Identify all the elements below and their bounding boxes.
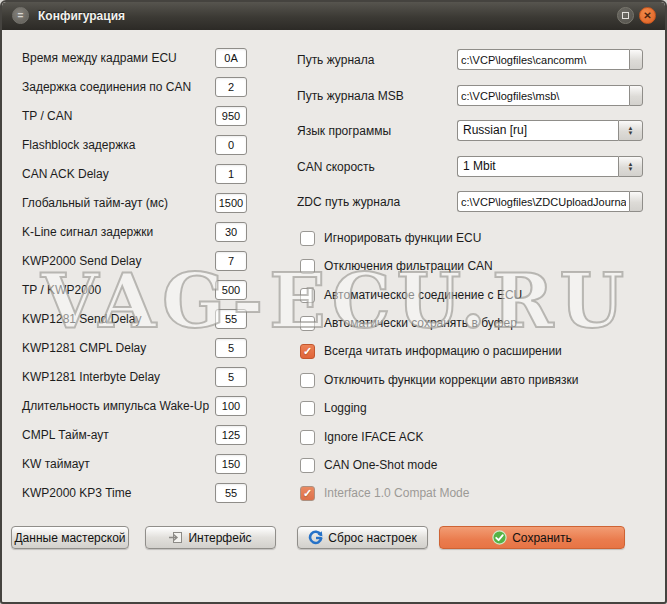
- flashblock-delay-input[interactable]: [215, 135, 247, 155]
- checkbox-ignore-iface-ack[interactable]: ✓ Ignore IFACE ACK: [300, 429, 423, 445]
- reset-settings-button[interactable]: Сброс настроек: [297, 526, 428, 549]
- ecu-frame-time-input[interactable]: [215, 48, 247, 68]
- window-title: Конфигурация: [38, 9, 125, 23]
- log-path-input[interactable]: [457, 49, 629, 70]
- form-row: ZDC путь журнала: [297, 191, 647, 212]
- kwp1281-send-delay-input[interactable]: [215, 309, 247, 329]
- wakeup-pulse-input[interactable]: [215, 396, 247, 416]
- cmpl-timeout-input[interactable]: [215, 425, 247, 445]
- form-row: KWP2000 Send Delay: [2, 251, 292, 272]
- workshop-data-button[interactable]: Данные мастерской: [11, 526, 129, 549]
- msb-log-path-input[interactable]: [457, 85, 629, 106]
- checkbox-always-read-extension-info[interactable]: ✓ Всегда читать информацию о расширении: [300, 343, 562, 359]
- field-label: CAN ACK Delay: [22, 167, 109, 181]
- checkbox-can-one-shot[interactable]: ✓ CAN One-Shot mode: [300, 457, 437, 473]
- checkbox-label: Всегда читать информацию о расширении: [324, 344, 562, 358]
- checkbox-disable-auto-binding-correction[interactable]: ✓ Отключить функции коррекции авто привя…: [300, 372, 578, 388]
- kw-timeout-input[interactable]: [215, 454, 247, 474]
- checkbox-auto-save-buffer[interactable]: ✓ Автоматически сохранять в буфер: [300, 315, 517, 331]
- form-row: KWP2000 KP3 Time: [2, 483, 292, 504]
- tp-can-input[interactable]: [215, 106, 247, 126]
- kwp2000-kp3-time-input[interactable]: [215, 483, 247, 503]
- workshop-data-button-label: Данные мастерской: [14, 531, 125, 545]
- can-connect-delay-input[interactable]: [215, 77, 247, 97]
- spin-down-icon: ▼: [628, 167, 634, 172]
- interface-button-label: Интерфейс: [188, 531, 251, 545]
- interface-button[interactable]: Интерфейс: [145, 526, 276, 549]
- form-row: Язык программы Russian [ru] ▲▼: [297, 120, 647, 141]
- checkbox-icon[interactable]: ✓: [300, 373, 315, 388]
- field-label: ZDC путь журнала: [297, 195, 400, 209]
- checkbox-label: Interface 1.0 Compat Mode: [324, 486, 469, 500]
- form-row: K-Line сигнал задержки: [2, 222, 292, 243]
- tp-kwp2000-input[interactable]: [215, 280, 247, 300]
- checkbox-icon[interactable]: ✓: [300, 486, 315, 501]
- checkbox-disable-can-filtering[interactable]: ✓ Отключения фильтрации CAN: [300, 258, 493, 274]
- can-ack-delay-input[interactable]: [215, 164, 247, 184]
- path-browse-button[interactable]: [629, 49, 643, 70]
- checkbox-label: Ignore IFACE ACK: [324, 430, 423, 444]
- form-row: TP / KWP2000: [2, 280, 292, 301]
- can-speed-select[interactable]: 1 Mbit ▲▼: [457, 156, 643, 177]
- field-label: Глобальный тайм-аут (мс): [22, 196, 168, 210]
- form-row: Задержка соединения по CAN: [2, 77, 292, 98]
- save-button-label: Сохранить: [512, 531, 572, 545]
- checkbox-icon[interactable]: ✓: [300, 344, 315, 359]
- form-row: Путь журнала MSB: [297, 85, 647, 106]
- field-label: KW таймаут: [22, 457, 90, 471]
- checkbox-icon[interactable]: ✓: [300, 288, 315, 303]
- checkbox-label: Отключения фильтрации CAN: [324, 259, 493, 273]
- form-row: Время между кадрами ECU: [2, 48, 292, 69]
- form-row: CMPL Тайм-аут: [2, 425, 292, 446]
- field-label: Время между кадрами ECU: [22, 51, 177, 65]
- checkbox-interface-compat[interactable]: ✓ Interface 1.0 Compat Mode: [300, 485, 469, 501]
- path-browse-button[interactable]: [629, 85, 643, 106]
- close-button[interactable]: ✕: [639, 7, 656, 24]
- checkbox-icon[interactable]: ✓: [300, 430, 315, 445]
- spinner-buttons[interactable]: ▲▼: [618, 120, 643, 141]
- form-row: CAN скорость 1 Mbit ▲▼: [297, 156, 647, 177]
- form-row: Глобальный тайм-аут (мс): [2, 193, 292, 214]
- field-label: TP / CAN: [22, 109, 72, 123]
- field-label: K-Line сигнал задержки: [22, 225, 153, 239]
- field-label: Путь журнала MSB: [297, 89, 404, 103]
- language-select[interactable]: Russian [ru] ▲▼: [457, 120, 643, 141]
- form-row: KWP1281 Send Delay: [2, 309, 292, 330]
- field-label: KWP1281 Interbyte Delay: [22, 370, 160, 384]
- field-label: KWP1281 CMPL Delay: [22, 341, 146, 355]
- spinner-buttons[interactable]: ▲▼: [618, 156, 643, 177]
- checkbox-logging[interactable]: ✓ Logging: [300, 400, 367, 416]
- kwp1281-interbyte-delay-input[interactable]: [215, 367, 247, 387]
- form-row: TP / CAN: [2, 106, 292, 127]
- kline-signal-delay-input[interactable]: [215, 222, 247, 242]
- form-row: KW таймаут: [2, 454, 292, 475]
- checkbox-ignore-ecu-functions[interactable]: ✓ Игнорировать функции ECU: [300, 230, 481, 246]
- checkbox-icon[interactable]: ✓: [300, 316, 315, 331]
- checkbox-icon[interactable]: ✓: [300, 259, 315, 274]
- field-label: KWP2000 KP3 Time: [22, 486, 131, 500]
- menu-icon: =: [18, 11, 24, 21]
- checkbox-label: Отключить функции коррекции авто привязк…: [324, 373, 578, 387]
- field-label: TP / KWP2000: [22, 283, 101, 297]
- save-button[interactable]: Сохранить: [439, 526, 625, 549]
- global-timeout-input[interactable]: [215, 193, 247, 213]
- zdc-log-path-input[interactable]: [457, 191, 629, 212]
- spin-down-icon: ▼: [628, 131, 634, 136]
- checkbox-icon[interactable]: ✓: [300, 401, 315, 416]
- field-label: CAN скорость: [297, 160, 375, 174]
- interface-icon: [169, 531, 183, 544]
- checkbox-icon[interactable]: ✓: [300, 231, 315, 246]
- language-select-value: Russian [ru]: [457, 120, 618, 141]
- field-label: Задержка соединения по CAN: [22, 80, 191, 94]
- field-label: Путь журнала: [297, 53, 374, 67]
- field-label: Длительность импульса Wake-Up: [22, 399, 209, 413]
- field-label: Язык программы: [297, 124, 391, 138]
- checkbox-icon[interactable]: ✓: [300, 458, 315, 473]
- checkbox-auto-connect-ecu[interactable]: ✓ Автоматическое соединение с ECU: [300, 287, 522, 303]
- path-browse-button[interactable]: [629, 191, 643, 212]
- window-menu-button[interactable]: =: [12, 7, 29, 24]
- maximize-button[interactable]: [617, 7, 634, 24]
- kwp2000-send-delay-input[interactable]: [215, 251, 247, 271]
- kwp1281-cmpl-delay-input[interactable]: [215, 338, 247, 358]
- reset-settings-button-label: Сброс настроек: [328, 531, 416, 545]
